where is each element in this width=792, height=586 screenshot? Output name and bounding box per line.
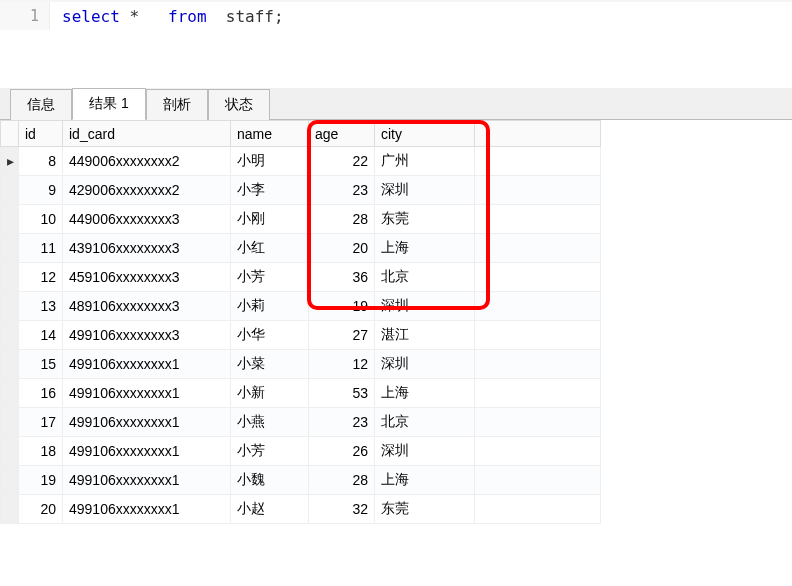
tab-status[interactable]: 状态 <box>208 89 270 120</box>
row-indicator[interactable] <box>1 263 19 292</box>
header-indicator[interactable] <box>1 121 19 147</box>
cell-id[interactable]: 11 <box>19 234 63 263</box>
row-indicator[interactable] <box>1 437 19 466</box>
cell-age[interactable]: 12 <box>309 350 375 379</box>
cell-name[interactable]: 小莉 <box>231 292 309 321</box>
row-indicator[interactable]: ▸ <box>1 147 19 176</box>
header-id-card[interactable]: id_card <box>63 121 231 147</box>
header-name[interactable]: name <box>231 121 309 147</box>
table-row[interactable]: 10449006xxxxxxxx3小刚28东莞 <box>1 205 601 234</box>
cell-age[interactable]: 22 <box>309 147 375 176</box>
cell-name[interactable]: 小华 <box>231 321 309 350</box>
cell-city[interactable]: 深圳 <box>375 437 475 466</box>
cell-city[interactable]: 深圳 <box>375 292 475 321</box>
cell-id-card[interactable]: 499106xxxxxxxx1 <box>63 495 231 524</box>
cell-id-card[interactable]: 499106xxxxxxxx1 <box>63 379 231 408</box>
cell-city[interactable]: 上海 <box>375 379 475 408</box>
cell-name[interactable]: 小芳 <box>231 437 309 466</box>
cell-id[interactable]: 14 <box>19 321 63 350</box>
row-indicator[interactable] <box>1 350 19 379</box>
table-row[interactable]: 9429006xxxxxxxx2小李23深圳 <box>1 176 601 205</box>
cell-id[interactable]: 16 <box>19 379 63 408</box>
header-city[interactable]: city <box>375 121 475 147</box>
cell-city[interactable]: 上海 <box>375 234 475 263</box>
cell-name[interactable]: 小芳 <box>231 263 309 292</box>
cell-city[interactable]: 深圳 <box>375 176 475 205</box>
row-indicator[interactable] <box>1 408 19 437</box>
table-row[interactable]: 12459106xxxxxxxx3小芳36北京 <box>1 263 601 292</box>
header-id[interactable]: id <box>19 121 63 147</box>
cell-id[interactable]: 18 <box>19 437 63 466</box>
tab-result-1[interactable]: 结果 1 <box>72 88 146 120</box>
table-row[interactable]: 16499106xxxxxxxx1小新53上海 <box>1 379 601 408</box>
cell-id-card[interactable]: 499106xxxxxxxx1 <box>63 408 231 437</box>
row-indicator[interactable] <box>1 466 19 495</box>
cell-id[interactable]: 12 <box>19 263 63 292</box>
cell-name[interactable]: 小燕 <box>231 408 309 437</box>
cell-city[interactable]: 东莞 <box>375 205 475 234</box>
row-indicator[interactable] <box>1 379 19 408</box>
cell-id-card[interactable]: 499106xxxxxxxx1 <box>63 437 231 466</box>
cell-id-card[interactable]: 499106xxxxxxxx1 <box>63 350 231 379</box>
cell-id[interactable]: 8 <box>19 147 63 176</box>
result-grid[interactable]: id id_card name age city ▸8449006xxxxxxx… <box>0 120 601 524</box>
row-indicator[interactable] <box>1 292 19 321</box>
cell-id[interactable]: 20 <box>19 495 63 524</box>
cell-name[interactable]: 小魏 <box>231 466 309 495</box>
cell-id[interactable]: 17 <box>19 408 63 437</box>
cell-age[interactable]: 23 <box>309 176 375 205</box>
cell-id[interactable]: 9 <box>19 176 63 205</box>
cell-age[interactable]: 19 <box>309 292 375 321</box>
row-indicator[interactable] <box>1 495 19 524</box>
row-indicator[interactable] <box>1 321 19 350</box>
cell-city[interactable]: 北京 <box>375 408 475 437</box>
cell-name[interactable]: 小红 <box>231 234 309 263</box>
cell-name[interactable]: 小李 <box>231 176 309 205</box>
table-row[interactable]: 11439106xxxxxxxx3小红20上海 <box>1 234 601 263</box>
row-indicator[interactable] <box>1 176 19 205</box>
table-row[interactable]: 15499106xxxxxxxx1小菜12深圳 <box>1 350 601 379</box>
cell-city[interactable]: 东莞 <box>375 495 475 524</box>
cell-id-card[interactable]: 439106xxxxxxxx3 <box>63 234 231 263</box>
header-age[interactable]: age <box>309 121 375 147</box>
cell-city[interactable]: 深圳 <box>375 350 475 379</box>
cell-age[interactable]: 32 <box>309 495 375 524</box>
row-indicator[interactable] <box>1 234 19 263</box>
cell-age[interactable]: 36 <box>309 263 375 292</box>
sql-code[interactable]: select * from staff; <box>50 7 284 26</box>
cell-name[interactable]: 小新 <box>231 379 309 408</box>
cell-id-card[interactable]: 499106xxxxxxxx1 <box>63 466 231 495</box>
cell-city[interactable]: 北京 <box>375 263 475 292</box>
cell-name[interactable]: 小赵 <box>231 495 309 524</box>
cell-name[interactable]: 小菜 <box>231 350 309 379</box>
cell-id[interactable]: 10 <box>19 205 63 234</box>
cell-id-card[interactable]: 449006xxxxxxxx2 <box>63 147 231 176</box>
cell-age[interactable]: 26 <box>309 437 375 466</box>
table-row[interactable]: 19499106xxxxxxxx1小魏28上海 <box>1 466 601 495</box>
cell-age[interactable]: 23 <box>309 408 375 437</box>
cell-age[interactable]: 20 <box>309 234 375 263</box>
table-row[interactable]: 13489106xxxxxxxx3小莉19深圳 <box>1 292 601 321</box>
table-row[interactable]: 17499106xxxxxxxx1小燕23北京 <box>1 408 601 437</box>
cell-id[interactable]: 15 <box>19 350 63 379</box>
cell-name[interactable]: 小明 <box>231 147 309 176</box>
cell-id-card[interactable]: 459106xxxxxxxx3 <box>63 263 231 292</box>
cell-age[interactable]: 53 <box>309 379 375 408</box>
cell-id-card[interactable]: 489106xxxxxxxx3 <box>63 292 231 321</box>
sql-editor[interactable]: 1 select * from staff; <box>0 0 792 88</box>
table-row[interactable]: ▸8449006xxxxxxxx2小明22广州 <box>1 147 601 176</box>
cell-city[interactable]: 广州 <box>375 147 475 176</box>
tab-info[interactable]: 信息 <box>10 89 72 120</box>
cell-age[interactable]: 27 <box>309 321 375 350</box>
cell-age[interactable]: 28 <box>309 205 375 234</box>
table-row[interactable]: 20499106xxxxxxxx1小赵32东莞 <box>1 495 601 524</box>
cell-id[interactable]: 19 <box>19 466 63 495</box>
table-row[interactable]: 14499106xxxxxxxx3小华27湛江 <box>1 321 601 350</box>
cell-id-card[interactable]: 449006xxxxxxxx3 <box>63 205 231 234</box>
cell-age[interactable]: 28 <box>309 466 375 495</box>
cell-id-card[interactable]: 429006xxxxxxxx2 <box>63 176 231 205</box>
cell-id-card[interactable]: 499106xxxxxxxx3 <box>63 321 231 350</box>
row-indicator[interactable] <box>1 205 19 234</box>
cell-city[interactable]: 上海 <box>375 466 475 495</box>
table-row[interactable]: 18499106xxxxxxxx1小芳26深圳 <box>1 437 601 466</box>
